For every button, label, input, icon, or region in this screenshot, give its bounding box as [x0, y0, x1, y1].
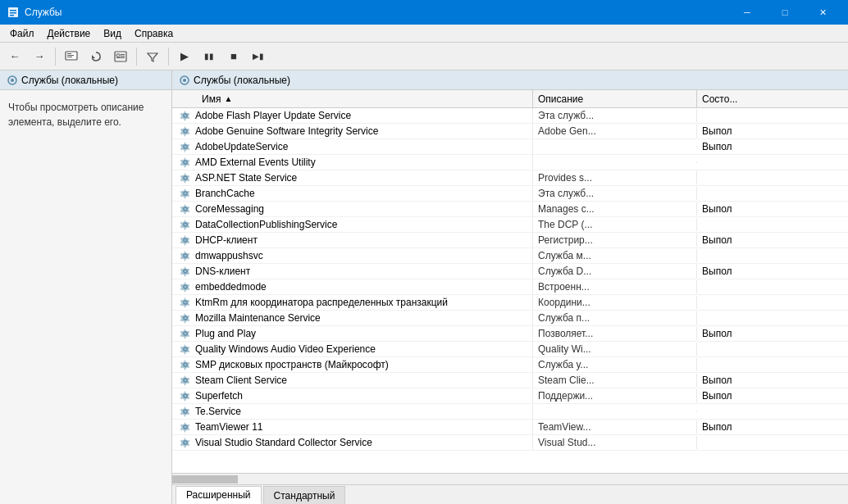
horizontal-scrollbar[interactable] [172, 473, 848, 484]
menu-action[interactable]: Действие [41, 25, 98, 42]
service-name-text: Superfetch [195, 390, 243, 402]
service-icon [179, 327, 192, 340]
service-name-text: embeddedmode [195, 281, 267, 293]
table-row[interactable]: KtmRm для координатора распределенных тр… [172, 295, 848, 311]
service-name-text: CoreMessaging [195, 203, 264, 215]
restart-service-button[interactable]: ▶▮ [247, 46, 270, 67]
table-row[interactable]: SuperfetchПоддержи...Выпол [172, 388, 848, 404]
tab-standard[interactable]: Стандартный [263, 486, 346, 504]
service-icon [179, 296, 192, 309]
forward-button[interactable]: → [28, 46, 51, 67]
menu-file[interactable]: Файл [3, 25, 41, 42]
svg-rect-6 [67, 53, 71, 54]
close-button[interactable]: ✕ [804, 0, 841, 25]
service-icon [179, 405, 192, 418]
service-icon [179, 234, 192, 247]
table-row[interactable]: TeamViewer 11TeamView...Выпол [172, 420, 848, 435]
cell-service-name: Te.Service [172, 404, 533, 419]
table-row[interactable]: dmwappushsvcСлужба м... [172, 248, 848, 264]
menu-bar: Файл Действие Вид Справка [0, 25, 848, 43]
col-header-desc[interactable]: Описание [533, 90, 697, 107]
svg-rect-1 [10, 10, 16, 11]
table-row[interactable]: DHCP-клиентРегистрир...Выпол [172, 233, 848, 248]
menu-help[interactable]: Справка [128, 25, 180, 42]
service-name-text: AMD External Events Utility [195, 157, 316, 168]
main-content: Службы (локальные) Чтобы просмотреть опи… [0, 70, 848, 504]
cell-service-name: CoreMessaging [172, 202, 533, 216]
table-row[interactable]: DataCollectionPublishingServiceThe DCP (… [172, 217, 848, 233]
table-row[interactable]: CoreMessagingManages c...Выпол [172, 202, 848, 217]
table-row[interactable]: Te.Service [172, 404, 848, 420]
refresh-button[interactable] [84, 46, 107, 67]
toolbar: ← → ▶ ▮▮ ■ ▶▮ [0, 43, 848, 70]
table-row[interactable]: BranchCacheЭта служб... [172, 186, 848, 202]
cell-service-status [697, 302, 848, 303]
col-header-name[interactable]: Имя ▲ [172, 90, 533, 107]
maximize-button[interactable]: □ [766, 0, 804, 25]
table-row[interactable]: SMP дисковых пространств (Майкрософт)Слу… [172, 357, 848, 373]
table-row[interactable]: DNS-клиентСлужба D...Выпол [172, 264, 848, 279]
table-row[interactable]: Quality Windows Audio Video ExperienceQu… [172, 342, 848, 357]
show-console-button[interactable] [60, 46, 83, 67]
left-panel-description: Чтобы просмотреть описание элемента, выд… [0, 90, 171, 504]
cell-service-name: Adobe Flash Player Update Service [172, 108, 533, 123]
table-body[interactable]: Adobe Flash Player Update ServiceЭта слу… [172, 108, 848, 473]
cell-service-name: SMP дисковых пространств (Майкрософт) [172, 357, 533, 372]
stop-service-button[interactable]: ■ [222, 46, 245, 67]
service-name-text: DNS-клиент [195, 266, 250, 277]
svg-rect-2 [10, 12, 16, 14]
service-name-text: AdobeUpdateService [195, 141, 288, 152]
col-header-status[interactable]: Состо... [697, 90, 848, 107]
table-row[interactable]: AdobeUpdateServiceВыпол [172, 139, 848, 155]
svg-rect-3 [10, 15, 14, 16]
cell-service-name: Plug and Play [172, 326, 533, 341]
service-name-text: ASP.NET State Service [195, 172, 297, 184]
table-row[interactable]: Mozilla Maintenance ServiceСлужба п... [172, 311, 848, 326]
cell-service-desc: Встроенн... [533, 280, 697, 293]
properties-button[interactable] [109, 46, 132, 67]
service-icon [179, 389, 192, 402]
h-scrollbar-thumb[interactable] [172, 475, 238, 484]
pause-service-button[interactable]: ▮▮ [198, 46, 221, 67]
minimize-button[interactable]: ─ [728, 0, 766, 25]
menu-view[interactable]: Вид [97, 25, 128, 42]
cell-service-name: Adobe Genuine Software Integrity Service [172, 124, 533, 138]
cell-service-status [697, 348, 848, 350]
service-icon [179, 171, 192, 184]
cell-service-name: DNS-клиент [172, 264, 533, 279]
table-row[interactable]: Visual Studio Standard Collector Service… [172, 435, 848, 451]
tab-extended[interactable]: Расширенный [176, 486, 262, 504]
service-name-text: Quality Windows Audio Video Experience [195, 343, 376, 355]
cell-service-desc: Служба м... [533, 249, 697, 262]
table-row[interactable]: Steam Client ServiceSteam Clie...Выпол [172, 373, 848, 388]
cell-service-status [697, 193, 848, 194]
h-scrollbar-track [172, 475, 848, 484]
cell-service-status: Выпол [697, 234, 848, 247]
cell-service-desc: Эта служб... [533, 109, 697, 122]
services-table: Имя ▲ Описание Состо... Adobe Flash Play… [172, 90, 848, 484]
table-row[interactable]: embeddedmodeВстроенн... [172, 279, 848, 295]
table-row[interactable]: Adobe Flash Player Update ServiceЭта слу… [172, 108, 848, 124]
service-icon [179, 156, 192, 169]
back-button[interactable]: ← [3, 46, 26, 67]
svg-rect-14 [121, 56, 125, 57]
cell-service-status [697, 224, 848, 225]
cell-service-name: Quality Windows Audio Video Experience [172, 342, 533, 356]
cell-service-name: BranchCache [172, 186, 533, 201]
service-icon [179, 311, 192, 325]
cell-service-desc: TeamView... [533, 420, 697, 434]
table-row[interactable]: Plug and PlayПозволяет...Выпол [172, 326, 848, 342]
cell-service-status [697, 286, 848, 288]
start-service-button[interactable]: ▶ [173, 46, 196, 67]
table-row[interactable]: AMD External Events Utility [172, 155, 848, 170]
cell-service-status [697, 115, 848, 116]
service-icon [179, 280, 192, 293]
cell-service-name: Mozilla Maintenance Service [172, 311, 533, 325]
filter-button[interactable] [141, 46, 164, 67]
service-name-text: Adobe Flash Player Update Service [195, 110, 351, 121]
cell-service-desc: Позволяет... [533, 327, 697, 340]
cell-service-status: Выпол [697, 374, 848, 387]
table-row[interactable]: Adobe Genuine Software Integrity Service… [172, 124, 848, 139]
table-row[interactable]: ASP.NET State ServiceProvides s... [172, 170, 848, 186]
cell-service-name: Superfetch [172, 388, 533, 403]
